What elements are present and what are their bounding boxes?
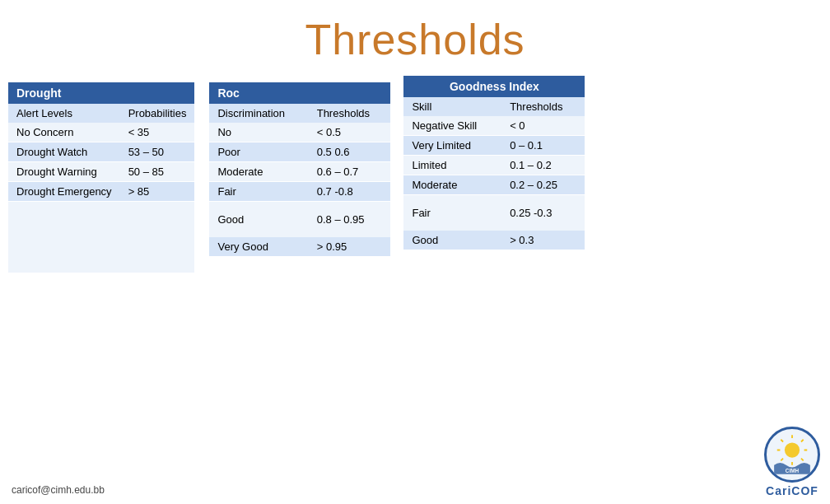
goodness-subheader-row: Skill Thresholds — [403, 97, 585, 116]
goodness-header-cell: Goodness Index — [403, 76, 585, 97]
roc-header-row: Roc — [209, 82, 390, 104]
goodness-cell: Moderate — [403, 175, 501, 195]
drought-cell: Drought Watch — [8, 142, 120, 162]
goodness-cell: Limited — [403, 156, 501, 175]
drought-cell — [120, 202, 195, 238]
roc-cell: < 0.5 — [309, 123, 391, 142]
tables-area: Drought Alert Levels Probabilities No Co… — [0, 76, 830, 273]
roc-col2-header: Thresholds — [309, 104, 391, 123]
drought-col1-header: Alert Levels — [8, 104, 120, 123]
table-row — [8, 237, 194, 273]
table-row — [8, 202, 194, 238]
table-row: Drought Watch 53 – 50 — [8, 142, 194, 162]
roc-subheader-row: Discrimination Thresholds — [209, 104, 390, 123]
logo-area: CIMH CariCOF — [764, 427, 820, 497]
goodness-cell: 0.1 – 0.2 — [501, 156, 585, 175]
drought-table: Drought Alert Levels Probabilities No Co… — [8, 82, 194, 273]
table-row: No < 0.5 — [209, 123, 390, 142]
table-row: No Concern < 35 — [8, 123, 194, 142]
drought-cell — [8, 202, 120, 238]
roc-cell: 0.8 – 0.95 — [309, 202, 391, 238]
drought-cell: < 35 — [120, 123, 195, 142]
roc-cell: > 0.95 — [309, 237, 391, 257]
footer-text: caricof@cimh.edu.bb — [12, 484, 105, 496]
table-row: Poor 0.5 0.6 — [209, 142, 390, 162]
roc-cell: Moderate — [209, 162, 308, 182]
drought-table-wrap: Drought Alert Levels Probabilities No Co… — [8, 82, 194, 273]
table-row: Drought Emergency > 85 — [8, 182, 194, 202]
table-row: Very Limited 0 – 0.1 — [403, 136, 585, 156]
drought-cell: No Concern — [8, 123, 120, 142]
roc-cell: Very Good — [209, 237, 308, 257]
drought-header-row: Drought — [8, 82, 194, 104]
table-row: Negative Skill < 0 — [403, 116, 585, 136]
roc-cell: 0.6 – 0.7 — [309, 162, 391, 182]
svg-line-5 — [781, 440, 783, 442]
goodness-cell: 0 – 0.1 — [501, 136, 585, 156]
goodness-cell: Fair — [403, 195, 501, 231]
goodness-col2-header: Thresholds — [501, 97, 585, 116]
roc-cell: No — [209, 123, 308, 142]
table-row: Very Good > 0.95 — [209, 237, 390, 257]
roc-col1-header: Discrimination — [209, 104, 308, 123]
table-row: Limited 0.1 – 0.2 — [403, 156, 585, 175]
drought-cell: Drought Emergency — [8, 182, 120, 202]
roc-cell: Good — [209, 202, 308, 238]
roc-cell: Fair — [209, 182, 308, 202]
drought-cell — [8, 237, 120, 273]
roc-header-cell: Roc — [209, 82, 390, 104]
drought-cell: Drought Warning — [8, 162, 120, 182]
goodness-cell: Negative Skill — [403, 116, 501, 136]
svg-line-6 — [801, 459, 804, 461]
goodness-cell: Very Limited — [403, 136, 501, 156]
table-row: Drought Warning 50 – 85 — [8, 162, 194, 182]
drought-col2-header: Probabilities — [120, 104, 195, 123]
roc-cell: Poor — [209, 142, 308, 162]
goodness-cell: < 0 — [501, 116, 585, 136]
table-row: Good 0.8 – 0.95 — [209, 202, 390, 238]
table-row: Moderate 0.6 – 0.7 — [209, 162, 390, 182]
roc-cell: 0.7 -0.8 — [309, 182, 391, 202]
roc-table-wrap: Roc Discrimination Thresholds No < 0.5 P… — [209, 82, 390, 257]
drought-cell — [120, 237, 195, 273]
svg-line-7 — [801, 440, 804, 442]
roc-table: Roc Discrimination Thresholds No < 0.5 P… — [209, 82, 390, 257]
table-row: Moderate 0.2 – 0.25 — [403, 175, 585, 195]
page-title: Thresholds — [0, 0, 830, 64]
goodness-cell: 0.25 -0.3 — [501, 195, 585, 231]
drought-cell: 53 – 50 — [120, 142, 195, 162]
drought-subheader-row: Alert Levels Probabilities — [8, 104, 194, 123]
roc-cell: 0.5 0.6 — [309, 142, 391, 162]
goodness-header-row: Goodness Index — [403, 76, 585, 97]
svg-line-8 — [781, 459, 783, 461]
goodness-table-wrap: Goodness Index Skill Thresholds Negative… — [403, 76, 585, 250]
goodness-col1-header: Skill — [403, 97, 501, 116]
drought-header-cell: Drought — [8, 82, 194, 104]
drought-cell: 50 – 85 — [120, 162, 195, 182]
goodness-cell: 0.2 – 0.25 — [501, 175, 585, 195]
table-row: Fair 0.25 -0.3 — [403, 195, 585, 231]
goodness-cell: > 0.3 — [501, 231, 585, 250]
table-row: Good > 0.3 — [403, 231, 585, 250]
drought-cell: > 85 — [120, 182, 195, 202]
goodness-table: Goodness Index Skill Thresholds Negative… — [403, 76, 585, 250]
svg-text:CIMH: CIMH — [786, 468, 800, 474]
svg-point-0 — [785, 442, 800, 457]
logo-text: CariCOF — [766, 484, 818, 497]
logo-circle: CIMH — [764, 427, 820, 483]
table-row: Fair 0.7 -0.8 — [209, 182, 390, 202]
goodness-cell: Good — [403, 231, 501, 250]
